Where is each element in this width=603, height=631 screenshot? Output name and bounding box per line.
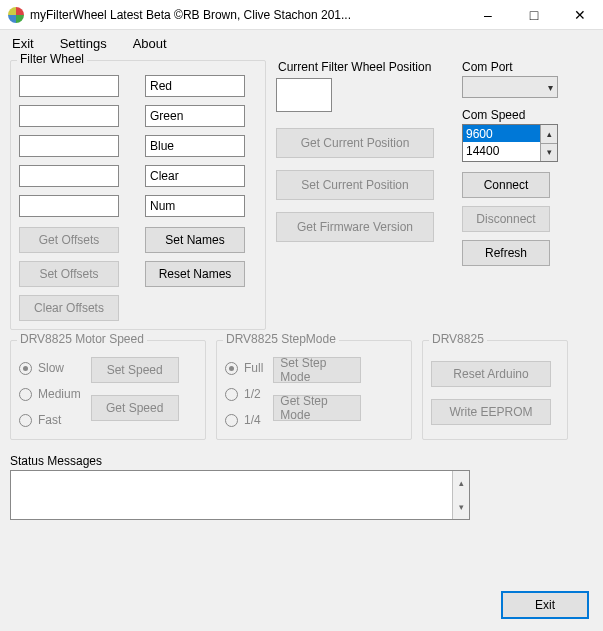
name-input-4[interactable] [145,195,245,217]
get-position-button: Get Current Position [276,128,434,158]
maximize-button[interactable]: □ [511,0,557,30]
status-scroll-up[interactable]: ▴ [453,471,469,495]
speed-spin-up[interactable]: ▴ [541,125,557,144]
speed-slow-label: Slow [38,361,64,375]
close-button[interactable]: ✕ [557,0,603,30]
com-port-combo[interactable]: ▾ [462,76,558,98]
filter-wheel-group: Filter Wheel Get Offsets Set Names Set O… [10,60,266,330]
step-quarter-label: 1/4 [244,413,261,427]
disconnect-button: Disconnect [462,206,550,232]
write-eeprom-button: Write EEPROM [431,399,551,425]
menu-exit[interactable]: Exit [6,34,40,53]
reset-arduino-button: Reset Arduino [431,361,551,387]
status-textbox[interactable]: ▴ ▾ [10,470,470,520]
drv-group: DRV8825 Reset Arduino Write EEPROM [422,340,568,440]
speed-medium-label: Medium [38,387,81,401]
get-speed-button: Get Speed [91,395,179,421]
step-mode-label: DRV8825 StepMode [223,332,339,346]
chevron-down-icon: ▾ [548,82,553,93]
speed-slow-radio [19,362,32,375]
filter-wheel-label: Filter Wheel [17,52,87,66]
position-panel: Current Filter Wheel Position Get Curren… [272,60,456,330]
position-label: Current Filter Wheel Position [276,60,456,78]
step-full-radio [225,362,238,375]
step-half-label: 1/2 [244,387,261,401]
step-mode-group: DRV8825 StepMode Full 1/2 1/4 Set Step M… [216,340,412,440]
reset-names-button[interactable]: Reset Names [145,261,245,287]
motor-speed-group: DRV8825 Motor Speed Slow Medium Fast Set… [10,340,206,440]
name-input-2[interactable] [145,135,245,157]
menu-settings[interactable]: Settings [54,34,113,53]
set-step-button: Set Step Mode [273,357,361,383]
motor-speed-label: DRV8825 Motor Speed [17,332,147,346]
com-panel: Com Port ▾ Com Speed 9600 14400 ▴ ▾ Conn… [462,60,558,330]
set-names-button[interactable]: Set Names [145,227,245,253]
menu-about[interactable]: About [127,34,173,53]
refresh-button[interactable]: Refresh [462,240,550,266]
set-offsets-button: Set Offsets [19,261,119,287]
menubar: Exit Settings About [0,30,603,54]
clear-offsets-button: Clear Offsets [19,295,119,321]
offset-input-1[interactable] [19,105,119,127]
exit-button[interactable]: Exit [501,591,589,619]
app-icon [8,7,24,23]
com-speed-listbox[interactable]: 9600 14400 ▴ ▾ [462,124,558,162]
connect-button[interactable]: Connect [462,172,550,198]
step-full-label: Full [244,361,263,375]
get-offsets-button: Get Offsets [19,227,119,253]
status-label: Status Messages [10,454,593,468]
offset-input-0[interactable] [19,75,119,97]
titlebar: myFilterWheel Latest Beta ©RB Brown, Cli… [0,0,603,30]
get-step-button: Get Step Mode [273,395,361,421]
name-input-0[interactable] [145,75,245,97]
name-input-3[interactable] [145,165,245,187]
minimize-button[interactable]: – [465,0,511,30]
set-speed-button: Set Speed [91,357,179,383]
name-input-1[interactable] [145,105,245,127]
offset-input-3[interactable] [19,165,119,187]
status-area: Status Messages ▴ ▾ [10,454,593,520]
step-quarter-radio [225,414,238,427]
offset-input-2[interactable] [19,135,119,157]
speed-spin-down[interactable]: ▾ [541,144,557,162]
speed-fast-label: Fast [38,413,61,427]
set-position-button: Set Current Position [276,170,434,200]
offset-input-4[interactable] [19,195,119,217]
com-speed-label: Com Speed [462,108,558,122]
drv-label: DRV8825 [429,332,487,346]
position-input[interactable] [276,78,332,112]
speed-medium-radio [19,388,32,401]
speed-fast-radio [19,414,32,427]
step-half-radio [225,388,238,401]
firmware-button: Get Firmware Version [276,212,434,242]
status-scroll-down[interactable]: ▾ [453,495,469,519]
window-title: myFilterWheel Latest Beta ©RB Brown, Cli… [30,8,465,22]
com-port-label: Com Port [462,60,558,74]
